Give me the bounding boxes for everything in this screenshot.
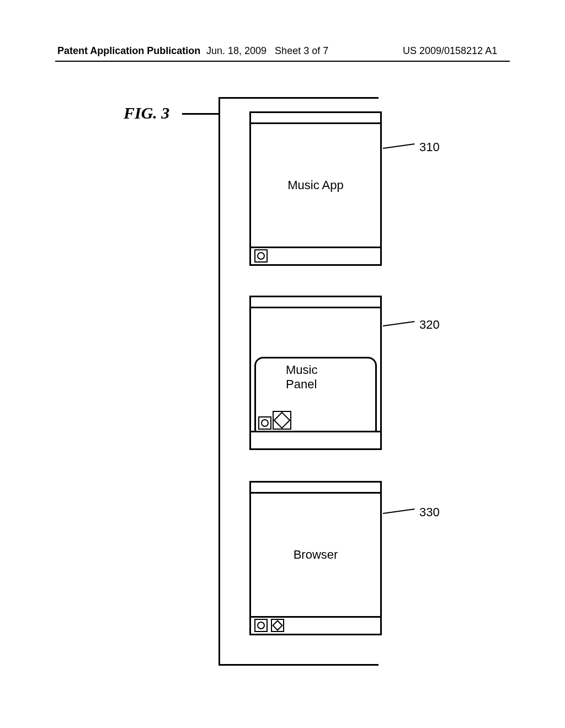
header-rule [55,61,510,62]
lead-line-310 [383,143,415,149]
device-topbar [251,483,380,494]
header-publication: Patent Application Publication [57,45,200,61]
ref-320: 320 [419,318,440,332]
figure-bracket [218,97,220,665]
figure-bracket-top [218,97,379,99]
icon-row [254,249,268,263]
circle-icon [254,619,268,632]
header-sheet: Sheet 3 of 7 [275,45,328,56]
panel-icon-row [258,411,291,430]
header-date-sheet: Jun. 18, 2009 Sheet 3 of 7 [206,45,328,61]
device-topbar [251,297,380,308]
device-topbar [251,113,380,124]
icon-row [254,619,284,632]
panel-title: Music Panel [286,363,345,392]
music-panel-overlay: Music Panel [254,357,377,431]
device-body: Music Panel [251,308,380,431]
device-bottombar [251,616,380,634]
figure-label: FIG. 3 [124,104,169,122]
patent-page: Patent Application Publication Jun. 18, … [0,0,565,728]
figure-bracket-bottom [218,664,379,666]
device-body-label: Music App [287,178,344,192]
device-music-app: Music App [249,111,382,266]
lead-line-320 [383,321,415,326]
device-frame: Music App [249,111,382,266]
header-pubno: US 2009/0158212 A1 [403,45,497,61]
device-body-label: Browser [294,548,338,562]
ref-330: 330 [419,505,440,520]
ref-310: 310 [419,140,440,154]
device-frame: Music Panel [249,296,382,450]
device-frame: Browser [249,481,382,635]
device-music-panel: Music Panel [249,296,382,450]
device-body: Browser [251,494,380,616]
device-bottombar [251,431,380,448]
device-body: Music App [251,124,380,247]
circle-icon [258,416,271,430]
lead-line-330 [383,508,415,514]
circle-icon [254,249,268,263]
figure-lead-h [182,113,218,115]
device-browser: Browser [249,481,382,635]
diamond-icon [271,619,284,632]
diamond-icon [273,411,291,430]
header-date: Jun. 18, 2009 [206,45,266,56]
device-bottombar [251,247,380,264]
